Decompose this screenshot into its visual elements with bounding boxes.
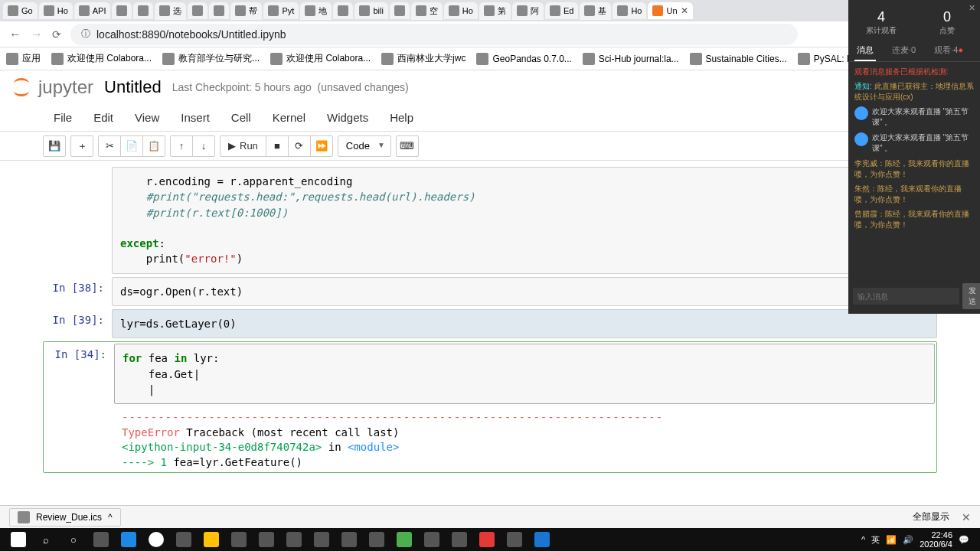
taskbar-app[interactable] bbox=[531, 529, 553, 550]
browser-tab[interactable]: 空 bbox=[411, 2, 443, 20]
taskbar-app[interactable] bbox=[145, 529, 167, 550]
browser-tab[interactable]: Ho bbox=[612, 2, 646, 19]
menu-cell[interactable]: Cell bbox=[231, 111, 251, 124]
bookmark-item[interactable]: 欢迎使用 Colabora... bbox=[51, 52, 152, 65]
bookmark-item[interactable]: Sustainable Cities... bbox=[690, 53, 787, 65]
taskbar-app[interactable] bbox=[338, 529, 360, 550]
code-input[interactable]: r.encoding = r.apparent_encoding #print(… bbox=[112, 167, 937, 274]
menu-insert[interactable]: Insert bbox=[181, 111, 210, 124]
close-icon[interactable]: ✕ bbox=[962, 511, 971, 523]
tab-watch[interactable]: 观看·4● bbox=[932, 41, 965, 61]
browser-tab[interactable]: Go bbox=[3, 2, 38, 19]
browser-tab[interactable]: bili bbox=[354, 2, 387, 19]
browser-tab[interactable]: Ho bbox=[39, 2, 73, 19]
code-cell[interactable]: In [38]: ds=ogr.Open(r.text) bbox=[43, 277, 937, 306]
browser-tab[interactable]: 基 bbox=[580, 2, 611, 20]
cell-type-select[interactable]: Code bbox=[338, 135, 391, 157]
message-input[interactable] bbox=[853, 288, 959, 305]
copy-button[interactable]: 📄 bbox=[120, 135, 143, 157]
taskbar-app[interactable] bbox=[504, 529, 525, 550]
search-button[interactable]: ⌕ bbox=[35, 529, 57, 550]
clock[interactable]: 22:46 2020/6/4 bbox=[920, 530, 952, 549]
save-button[interactable]: 💾 bbox=[43, 135, 66, 157]
code-input[interactable]: ds=ogr.Open(r.text) bbox=[112, 277, 937, 306]
code-cell[interactable]: r.encoding = r.apparent_encoding #print(… bbox=[43, 167, 937, 274]
apps-button[interactable]: 应用 bbox=[6, 52, 41, 65]
cut-button[interactable]: ✂ bbox=[98, 135, 121, 157]
taskbar-app[interactable] bbox=[449, 529, 470, 550]
taskbar-app[interactable] bbox=[283, 529, 305, 550]
browser-tab[interactable]: API bbox=[74, 2, 111, 19]
notebook-title[interactable]: Untitled bbox=[104, 77, 162, 97]
taskbar-app[interactable] bbox=[118, 529, 139, 550]
notifications-icon[interactable]: 💬 bbox=[959, 535, 969, 545]
menu-help[interactable]: Help bbox=[390, 111, 413, 124]
bookmark-item[interactable]: Sci-Hub journal:la... bbox=[583, 53, 679, 65]
taskbar-app[interactable] bbox=[173, 529, 194, 550]
wifi-icon[interactable]: 📶 bbox=[886, 535, 897, 545]
bookmark-item[interactable]: 教育部学位与研究... bbox=[162, 52, 260, 65]
browser-tab[interactable]: Ho bbox=[444, 2, 478, 19]
paste-button[interactable]: 📋 bbox=[142, 135, 165, 157]
browser-tab[interactable]: 帮 bbox=[230, 2, 262, 20]
taskbar-app[interactable] bbox=[311, 529, 332, 550]
ime-indicator[interactable]: 英 bbox=[871, 534, 880, 546]
taskbar-app[interactable] bbox=[256, 529, 277, 550]
browser-tab[interactable] bbox=[188, 2, 207, 19]
browser-tab-active[interactable]: Un✕ bbox=[648, 2, 692, 19]
taskbar-app[interactable] bbox=[366, 529, 387, 550]
browser-tab[interactable]: 第 bbox=[479, 2, 511, 20]
move-down-button[interactable]: ↓ bbox=[192, 135, 215, 157]
taskbar-app[interactable] bbox=[476, 529, 498, 550]
bookmark-item[interactable]: 欢迎使用 Colabora... bbox=[270, 52, 371, 65]
forward-button[interactable]: → bbox=[31, 28, 43, 41]
volume-icon[interactable]: 🔊 bbox=[903, 535, 913, 545]
browser-tab[interactable]: Pyt bbox=[263, 2, 299, 19]
restart-button[interactable]: ⟳ bbox=[288, 135, 311, 157]
chevron-up-icon[interactable]: ^ bbox=[108, 512, 113, 523]
bookmark-item[interactable]: 西南林业大学jwc bbox=[381, 52, 466, 65]
browser-tab[interactable]: 阿 bbox=[512, 2, 544, 20]
jupyter-logo[interactable]: jupyter bbox=[12, 77, 93, 98]
browser-tab[interactable]: 选 bbox=[155, 2, 186, 20]
tray-chevron-icon[interactable]: ^ bbox=[861, 535, 865, 544]
back-button[interactable]: ← bbox=[9, 28, 21, 41]
menu-edit[interactable]: Edit bbox=[93, 111, 113, 124]
browser-tab[interactable] bbox=[333, 2, 353, 19]
close-icon[interactable]: ✕ bbox=[681, 5, 688, 16]
menu-widgets[interactable]: Widgets bbox=[327, 111, 368, 124]
menu-kernel[interactable]: Kernel bbox=[273, 111, 305, 124]
code-cell[interactable]: In [39]: lyr=ds.GetLayer(0) bbox=[43, 309, 937, 338]
browser-tab[interactable]: 地 bbox=[300, 2, 332, 20]
menu-view[interactable]: View bbox=[135, 111, 159, 124]
tab-messages[interactable]: 消息 bbox=[854, 41, 876, 61]
show-all-button[interactable]: 全部显示 bbox=[913, 510, 949, 523]
start-button[interactable] bbox=[8, 529, 29, 550]
taskbar-app[interactable] bbox=[421, 529, 443, 550]
browser-tab[interactable] bbox=[390, 2, 410, 19]
code-cell-active[interactable]: In [34]: for fea in lyr: fea.Get| | ----… bbox=[43, 341, 937, 472]
browser-tab[interactable] bbox=[133, 2, 153, 19]
taskbar-app[interactable] bbox=[228, 529, 250, 550]
command-palette-button[interactable]: ⌨ bbox=[396, 135, 419, 157]
run-button[interactable]: ▶Run bbox=[220, 135, 266, 157]
taskbar-app[interactable] bbox=[394, 529, 415, 550]
bookmark-item[interactable]: GeoPandas 0.7.0... bbox=[476, 53, 571, 65]
task-view-button[interactable] bbox=[90, 529, 112, 550]
restart-run-all-button[interactable]: ⏩ bbox=[310, 135, 333, 157]
url-bar[interactable]: ⓘ localhost:8890/notebooks/Untitled.ipyn… bbox=[70, 24, 798, 45]
code-input[interactable]: for fea in lyr: fea.Get| | bbox=[114, 344, 935, 404]
add-cell-button[interactable]: ＋ bbox=[70, 135, 93, 157]
code-input[interactable]: lyr=ds.GetLayer(0) bbox=[112, 309, 937, 338]
download-item[interactable]: Review_Due.ics ^ bbox=[9, 508, 121, 527]
move-up-button[interactable]: ↑ bbox=[170, 135, 193, 157]
reload-button[interactable]: ⟳ bbox=[52, 28, 61, 41]
send-button[interactable]: 发送 bbox=[962, 283, 980, 309]
browser-tab[interactable]: Ed bbox=[545, 2, 578, 19]
close-icon[interactable]: ✕ bbox=[969, 3, 975, 13]
menu-file[interactable]: File bbox=[54, 111, 72, 124]
browser-tab[interactable] bbox=[112, 2, 132, 19]
cortana-button[interactable]: ○ bbox=[63, 529, 84, 550]
taskbar-app[interactable] bbox=[201, 529, 222, 550]
browser-tab[interactable] bbox=[209, 2, 229, 19]
